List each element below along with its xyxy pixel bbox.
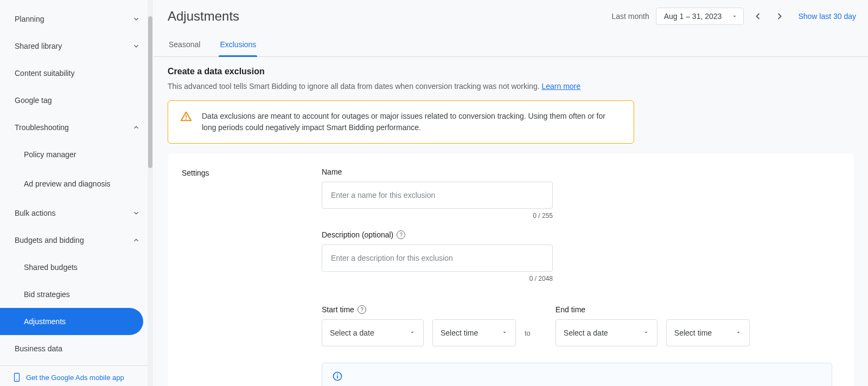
caret-down-icon	[501, 329, 508, 337]
date-range-value: Aug 1 – 31, 2023	[664, 12, 722, 21]
sidebar-item-content-suitability[interactable]: Content suitability	[0, 60, 153, 87]
show-last-30-link[interactable]: Show last 30 day	[798, 12, 856, 21]
sidebar-scrollbar[interactable]	[148, 0, 153, 386]
sidebar-item-label: Bulk actions	[15, 209, 55, 217]
chevron-down-icon	[132, 42, 140, 50]
to-label: to	[525, 329, 531, 337]
sidebar-item-shared-budgets[interactable]: Shared budgets	[0, 254, 153, 281]
section-desc-text: This advanced tool tells Smart Bidding t…	[168, 82, 541, 91]
sidebar-item-label: Bid strategies	[24, 290, 70, 299]
sidebar-item-label: Google tag	[15, 96, 52, 105]
tabs: Seasonal Exclusions	[154, 33, 868, 57]
settings-card: Settings Name 0 / 255 Description (optio…	[168, 153, 854, 386]
description-input[interactable]	[322, 245, 553, 272]
end-time-group: End time Select a date Select time	[556, 305, 750, 346]
chevron-up-icon	[132, 124, 140, 131]
prev-period-button[interactable]	[750, 9, 765, 24]
caret-down-icon	[735, 329, 742, 337]
sidebar: Planning Shared library Content suitabil…	[0, 0, 154, 386]
section-description: This advanced tool tells Smart Bidding t…	[168, 82, 854, 91]
content-area: Create a data exclusion This advanced to…	[154, 57, 868, 386]
name-input[interactable]	[322, 182, 553, 209]
date-range-dropdown[interactable]: Aug 1 – 31, 2023	[656, 8, 744, 25]
sidebar-item-label: Shared budgets	[24, 263, 78, 272]
end-time-select[interactable]: Select time	[666, 319, 750, 346]
caret-down-icon	[731, 13, 738, 20]
sidebar-item-label: Adjustments	[24, 317, 66, 326]
svg-rect-2	[186, 115, 187, 118]
chevron-down-icon	[132, 209, 140, 217]
end-date-value: Select a date	[564, 329, 608, 337]
description-counter: 0 / 2048	[322, 275, 553, 282]
section-title: Create a data exclusion	[168, 67, 854, 76]
end-time-selects: Select a date Select time	[556, 319, 750, 346]
tab-exclusions[interactable]: Exclusions	[219, 33, 257, 56]
svg-rect-3	[186, 119, 187, 120]
sidebar-item-shared-library[interactable]: Shared library	[0, 33, 153, 60]
description-label-text: Description (optional)	[322, 230, 393, 239]
date-range-label: Last month	[611, 12, 649, 21]
sidebar-footer-link[interactable]: Get the Google Ads mobile app	[0, 365, 153, 384]
info-icon	[332, 371, 343, 383]
help-icon[interactable]: ?	[397, 230, 405, 239]
sidebar-item-label: Content suitability	[15, 69, 75, 78]
sidebar-item-ad-preview[interactable]: Ad preview and diagnosis	[0, 168, 153, 200]
end-date-select[interactable]: Select a date	[556, 319, 658, 346]
header-row: Adjustments Last month Aug 1 – 31, 2023 …	[154, 0, 868, 33]
sidebar-item-business-data[interactable]: Business data	[0, 335, 153, 362]
scrollbar-thumb[interactable]	[148, 16, 152, 168]
next-period-button[interactable]	[772, 9, 787, 24]
start-time-selects: Select a date Select time to	[322, 319, 531, 346]
caret-down-icon	[409, 329, 416, 337]
svg-rect-5	[337, 375, 338, 378]
chevron-down-icon	[132, 15, 140, 23]
start-time-label: Start time ?	[322, 305, 531, 314]
start-time-value: Select time	[441, 329, 478, 337]
warning-text: Data exclusions are meant to account for…	[202, 111, 622, 133]
main: Adjustments Last month Aug 1 – 31, 2023 …	[154, 0, 868, 386]
end-time-value: Select time	[674, 329, 712, 337]
sidebar-item-label: Planning	[15, 15, 44, 23]
sidebar-item-label: Business data	[15, 344, 62, 353]
sidebar-item-adjustments[interactable]: Adjustments	[0, 308, 143, 335]
page-title: Adjustments	[168, 9, 605, 24]
name-label: Name	[322, 168, 832, 176]
settings-grid: Settings Name 0 / 255 Description (optio…	[182, 168, 832, 386]
learn-more-link[interactable]: Learn more	[541, 82, 580, 91]
warning-icon	[180, 111, 192, 124]
help-icon[interactable]: ?	[358, 305, 366, 314]
sidebar-item-bid-strategies[interactable]: Bid strategies	[0, 281, 153, 308]
sidebar-item-label: Ad preview and diagnosis	[24, 179, 111, 188]
sidebar-item-google-tag[interactable]: Google tag	[0, 87, 153, 114]
svg-rect-6	[337, 374, 338, 375]
settings-fields: Name 0 / 255 Description (optional) ? 0 …	[322, 168, 832, 386]
end-time-label: End time	[556, 305, 750, 314]
start-date-value: Select a date	[330, 329, 374, 337]
sidebar-item-label: Budgets and bidding	[15, 236, 84, 245]
start-time-select[interactable]: Select time	[432, 319, 516, 346]
tab-seasonal[interactable]: Seasonal	[168, 33, 201, 56]
start-time-group: Start time ? Select a date Select time	[322, 305, 531, 346]
mobile-app-icon	[12, 372, 22, 382]
info-banner	[322, 363, 832, 386]
start-date-select[interactable]: Select a date	[322, 319, 424, 346]
settings-section-label: Settings	[182, 168, 300, 386]
sidebar-item-policy-manager[interactable]: Policy manager	[0, 141, 153, 168]
sidebar-item-bulk-actions[interactable]: Bulk actions	[0, 200, 153, 227]
warning-banner: Data exclusions are meant to account for…	[168, 100, 634, 144]
sidebar-item-planning[interactable]: Planning	[0, 5, 153, 33]
sidebar-item-troubleshooting[interactable]: Troubleshooting	[0, 114, 153, 141]
description-label: Description (optional) ?	[322, 230, 832, 239]
svg-point-1	[16, 379, 17, 381]
sidebar-footer-label: Get the Google Ads mobile app	[26, 374, 124, 382]
sidebar-item-label: Policy manager	[24, 150, 76, 159]
sidebar-item-budgets-bidding[interactable]: Budgets and bidding	[0, 227, 153, 254]
caret-down-icon	[643, 329, 649, 337]
time-row: Start time ? Select a date Select time	[322, 305, 832, 346]
sidebar-item-label: Troubleshooting	[15, 123, 69, 132]
chevron-up-icon	[132, 236, 140, 244]
name-counter: 0 / 255	[322, 212, 553, 220]
sidebar-item-label: Shared library	[15, 42, 62, 50]
start-time-label-text: Start time	[322, 305, 354, 314]
